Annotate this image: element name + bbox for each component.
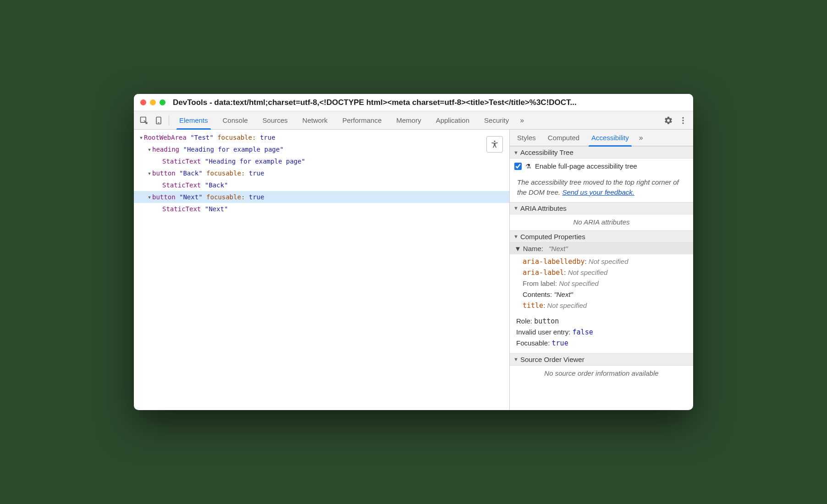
section-accessibility-tree[interactable]: ▼ Accessibility Tree xyxy=(510,146,693,159)
tree-row-back-text[interactable]: StaticText "Back" xyxy=(134,179,509,191)
enable-full-tree-checkbox[interactable] xyxy=(514,163,522,170)
computed-name-row[interactable]: ▼ Name: "Next" xyxy=(510,243,693,254)
svg-point-3 xyxy=(682,117,684,118)
devtools-window: DevTools - data:text/html;charset=utf-8,… xyxy=(134,94,693,410)
minimize-icon[interactable] xyxy=(150,99,156,105)
chevron-down-icon[interactable] xyxy=(147,170,152,177)
no-aria-attributes: No ARIA attributes xyxy=(510,214,693,230)
side-tabs: Styles Computed Accessibility » xyxy=(510,130,693,146)
tree-row-next-text[interactable]: StaticText "Next" xyxy=(134,203,509,215)
computed-name-sources: aria-labelledby: Not specified aria-labe… xyxy=(510,254,693,316)
content-area: RootWebArea "Test" focusable: true headi… xyxy=(134,130,693,410)
close-icon[interactable] xyxy=(140,99,146,105)
kebab-icon[interactable] xyxy=(677,114,689,127)
chevron-down-icon[interactable] xyxy=(147,193,152,201)
tab-performance[interactable]: Performance xyxy=(336,111,388,130)
chevron-down-icon[interactable] xyxy=(147,146,152,153)
feedback-link[interactable]: Send us your feedback. xyxy=(562,188,634,196)
tree-row-next[interactable]: button "Next" focusable: true xyxy=(134,191,509,203)
svg-point-5 xyxy=(682,122,684,124)
side-tab-accessibility[interactable]: Accessibility xyxy=(587,130,634,146)
divider xyxy=(169,115,169,126)
gear-icon[interactable] xyxy=(662,114,675,127)
side-tab-computed[interactable]: Computed xyxy=(543,130,584,146)
titlebar: DevTools - data:text/html;charset=utf-8,… xyxy=(134,94,693,111)
main-toolbar: Elements Console Sources Network Perform… xyxy=(134,111,693,130)
accessibility-icon[interactable] xyxy=(486,136,503,153)
chevron-down-icon: ▼ xyxy=(513,234,518,239)
section-computed-properties[interactable]: ▼ Computed Properties xyxy=(510,230,693,243)
tab-memory[interactable]: Memory xyxy=(390,111,428,130)
tab-sources[interactable]: Sources xyxy=(256,111,294,130)
computed-other-props: Role: button Invalid user entry: false F… xyxy=(510,316,693,353)
no-source-order-info: No source order information available xyxy=(510,366,693,382)
zoom-icon[interactable] xyxy=(160,99,165,105)
side-pane: Styles Computed Accessibility » ▼ Access… xyxy=(510,130,693,410)
accessibility-tree-pane: RootWebArea "Test" focusable: true headi… xyxy=(134,130,510,410)
tab-elements[interactable]: Elements xyxy=(173,111,215,130)
tab-console[interactable]: Console xyxy=(216,111,254,130)
section-aria-attributes[interactable]: ▼ ARIA Attributes xyxy=(510,202,693,214)
chevron-down-icon: ▼ xyxy=(513,205,518,211)
tree-row-heading[interactable]: heading "Heading for example page" xyxy=(134,143,509,155)
tab-network[interactable]: Network xyxy=(296,111,334,130)
svg-point-4 xyxy=(682,120,684,121)
chevron-down-icon: ▼ xyxy=(513,150,518,155)
tree-row-back[interactable]: button "Back" focusable: true xyxy=(134,167,509,179)
chevron-down-icon: ▼ xyxy=(514,245,521,252)
more-tabs-icon[interactable]: » xyxy=(517,116,527,125)
device-toggle-icon[interactable] xyxy=(152,114,165,127)
enable-full-tree-label[interactable]: ⚗ Enable full-page accessibility tree xyxy=(514,162,689,170)
tree-moved-hint: The accessibility tree moved to the top … xyxy=(510,174,693,202)
tab-security[interactable]: Security xyxy=(478,111,515,130)
inspect-icon[interactable] xyxy=(138,114,150,127)
more-side-tabs-icon[interactable]: » xyxy=(636,134,646,142)
flask-icon: ⚗ xyxy=(525,163,531,170)
side-tab-styles[interactable]: Styles xyxy=(513,130,540,146)
tab-application[interactable]: Application xyxy=(430,111,476,130)
section-source-order-viewer[interactable]: ▼ Source Order Viewer xyxy=(510,353,693,366)
enable-full-tree-row: ⚗ Enable full-page accessibility tree xyxy=(510,159,693,174)
window-title: DevTools - data:text/html;charset=utf-8,… xyxy=(173,98,687,107)
chevron-down-icon[interactable] xyxy=(138,134,144,141)
tree-row-heading-text[interactable]: StaticText "Heading for example page" xyxy=(134,155,509,167)
window-controls xyxy=(140,99,165,105)
svg-point-6 xyxy=(494,141,495,142)
tree-row-root[interactable]: RootWebArea "Test" focusable: true xyxy=(134,131,509,143)
chevron-down-icon: ▼ xyxy=(513,356,518,362)
